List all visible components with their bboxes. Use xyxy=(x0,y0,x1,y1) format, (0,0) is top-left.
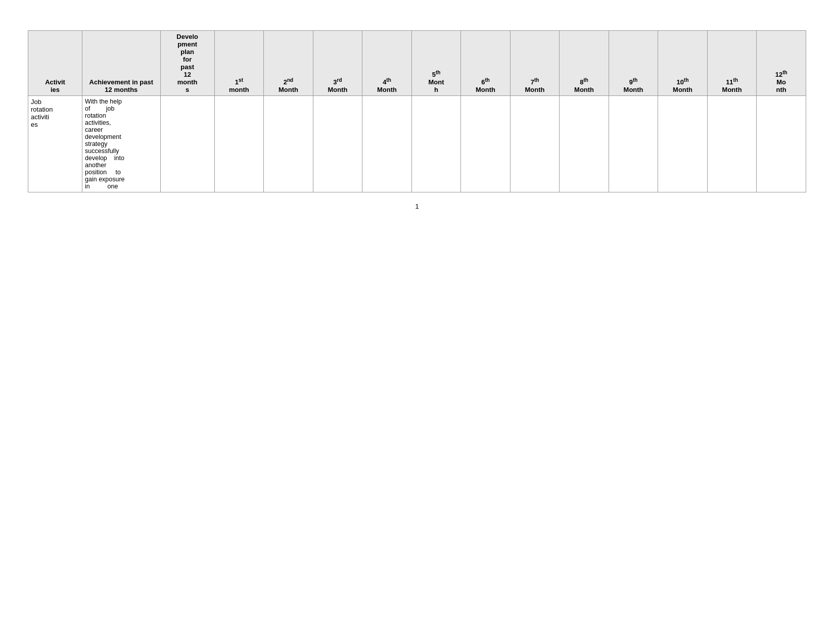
header-development: Developmentplanforpast12months xyxy=(160,31,214,96)
header-month5: 5thMonth xyxy=(411,31,461,96)
header-activities-line2: ies xyxy=(31,86,79,93)
cell-month4 xyxy=(362,96,412,192)
cell-month10 xyxy=(658,96,708,192)
header-month12: 12thMonth xyxy=(757,31,806,96)
header-month6: 6thMonth xyxy=(461,31,511,96)
cell-development xyxy=(160,96,214,192)
main-table: Activit ies Achievement in past 12 month… xyxy=(28,30,806,192)
cell-month6 xyxy=(461,96,511,192)
header-month8: 8thMonth xyxy=(560,31,609,96)
cell-month5 xyxy=(411,96,461,192)
header-month10: 10thMonth xyxy=(658,31,708,96)
cell-month12 xyxy=(757,96,806,192)
cell-achievement: With the helpof jobrotationactivities,ca… xyxy=(82,96,161,192)
header-activities-line1: Activit xyxy=(31,78,79,86)
cell-month11 xyxy=(707,96,757,192)
table-row: Jobrotationactivities With the helpof jo… xyxy=(28,96,806,192)
header-month7: 7thMonth xyxy=(510,31,560,96)
cell-activities: Jobrotationactivities xyxy=(28,96,82,192)
cell-month7 xyxy=(510,96,560,192)
page-number: 1 xyxy=(415,203,419,210)
cell-month2 xyxy=(264,96,313,192)
table-wrapper: Activit ies Achievement in past 12 month… xyxy=(28,30,806,192)
header-month9: 9thMonth xyxy=(609,31,658,96)
header-achievement: Achievement in past 12 months xyxy=(82,31,161,96)
header-month11: 11thMonth xyxy=(707,31,757,96)
header-month4: 4thMonth xyxy=(362,31,412,96)
cell-month3 xyxy=(313,96,362,192)
cell-month1 xyxy=(214,96,264,192)
cell-month8 xyxy=(560,96,609,192)
header-row: Activit ies Achievement in past 12 month… xyxy=(28,31,806,96)
header-month2: 2ndMonth xyxy=(264,31,313,96)
header-month3: 3rdMonth xyxy=(313,31,362,96)
header-month1: 1stmonth xyxy=(214,31,264,96)
header-activities: Activit ies xyxy=(28,31,82,96)
cell-month9 xyxy=(609,96,658,192)
page-footer: 1 xyxy=(10,203,824,210)
